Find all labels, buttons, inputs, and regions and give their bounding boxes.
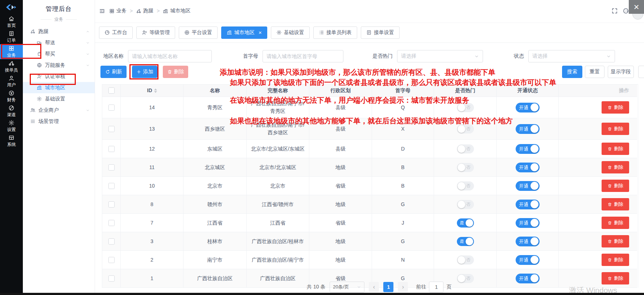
close-overlay-button[interactable]: ×	[629, 0, 644, 14]
hot-select[interactable]: 请选择	[397, 50, 483, 62]
rail-item-orders[interactable]: 订单	[0, 29, 23, 44]
hot-toggle[interactable]: 否	[457, 163, 474, 172]
breadcrumb-item-business[interactable]: 业务	[109, 8, 127, 14]
delete-label: 删除	[174, 69, 184, 75]
rail-item-courier[interactable]: 接单员	[0, 59, 23, 74]
tab-courier-list[interactable]: 接单员列表	[313, 26, 357, 39]
breadcrumb-item-city-region[interactable]: 城市地区	[163, 8, 190, 14]
row-checkbox[interactable]	[108, 183, 115, 189]
sidebar-item-universal-service[interactable]: 万能服务	[23, 60, 95, 71]
tab-order-settings[interactable]: 接单设置	[361, 26, 400, 39]
delete-button[interactable]: 删除	[602, 217, 629, 229]
status-toggle[interactable]: 开通	[516, 274, 540, 283]
row-checkbox[interactable]	[108, 201, 115, 208]
sidebar-item-help-deliver[interactable]: 帮送	[23, 37, 95, 48]
status-toggle[interactable]: 开通	[516, 103, 540, 112]
fullscreen-icon[interactable]	[611, 8, 618, 14]
delete-button[interactable]: 删除	[602, 161, 629, 173]
tab-workbench[interactable]: 工作台	[99, 26, 133, 39]
hot-toggle[interactable]: 是	[457, 237, 474, 246]
sidebar-item-scene-management[interactable]: 场景管理	[23, 116, 95, 127]
page-size-select[interactable]: 20条/页	[330, 282, 364, 292]
add-button[interactable]: 添加	[132, 66, 157, 78]
row-checkbox[interactable]	[108, 146, 115, 152]
row-checkbox[interactable]	[108, 257, 115, 263]
hot-toggle[interactable]: 否	[457, 255, 474, 265]
tab-basic-settings[interactable]: 基础设置	[271, 26, 310, 39]
next-page-button[interactable]: ›	[398, 282, 408, 292]
rail-item-business[interactable]: 业务	[0, 44, 23, 59]
delete-button-label: 删除	[614, 126, 623, 132]
row-checkbox[interactable]	[108, 238, 115, 245]
tab-close-icon[interactable]: ×	[259, 30, 262, 35]
hot-toggle[interactable]: 否	[457, 144, 474, 153]
trash-icon	[607, 221, 612, 225]
tab-platform-settings[interactable]: 平台设置	[179, 26, 218, 39]
status-toggle[interactable]: 开通	[516, 163, 540, 172]
search-button[interactable]: 搜索	[562, 66, 582, 78]
delete-button[interactable]: 删除	[602, 101, 629, 114]
hot-toggle[interactable]: 否	[457, 124, 474, 134]
toggle-knob	[458, 125, 465, 133]
hot-toggle[interactable]: 否	[457, 200, 474, 209]
row-checkbox[interactable]	[108, 105, 115, 111]
header-id[interactable]: ID	[121, 85, 183, 97]
tab-city-region[interactable]: 城市地区×	[221, 26, 267, 39]
prev-page-button[interactable]: ‹	[369, 282, 379, 292]
row-checkbox[interactable]	[108, 164, 115, 171]
rail-item-channel[interactable]: 渠道	[0, 104, 23, 119]
sort-control[interactable]	[154, 89, 157, 93]
delete-button[interactable]: 删除	[602, 143, 629, 155]
theme-icon[interactable]	[623, 8, 629, 14]
status-select[interactable]: 请选择	[528, 50, 615, 62]
sidebar-item-enterprise-merchant[interactable]: 企业商户	[23, 105, 95, 116]
initial-input[interactable]	[263, 50, 343, 62]
clipped-button[interactable]	[638, 66, 644, 78]
delete-button[interactable]: 删除	[602, 235, 629, 247]
status-toggle[interactable]: 开通	[516, 237, 540, 246]
delete-button-disabled[interactable]: 删除	[163, 66, 188, 78]
cell-full-name: 江西省	[247, 214, 309, 232]
refresh-button[interactable]: 刷新	[100, 66, 127, 78]
delete-button[interactable]: 删除	[602, 272, 629, 284]
rail-item-system[interactable]: 系统	[0, 134, 23, 148]
status-toggle[interactable]: 开通	[516, 124, 540, 134]
breadcrumb-item-errand[interactable]: 跑腿	[136, 8, 153, 14]
cell-actions: 删除	[559, 140, 637, 158]
row-checkbox[interactable]	[108, 126, 115, 132]
goto-page-input[interactable]	[429, 282, 443, 292]
sidebar-item-city-region[interactable]: 城市地区	[23, 82, 95, 93]
row-checkbox[interactable]	[108, 275, 115, 282]
region-name-input[interactable]	[128, 50, 212, 62]
delete-button[interactable]: 删除	[602, 180, 629, 192]
rail-item-settings[interactable]: 设置	[0, 119, 23, 134]
sidebar-item-auth-audit[interactable]: 认证审核	[23, 71, 95, 82]
cell-status: 开通	[497, 118, 559, 140]
status-toggle[interactable]: 开通	[516, 181, 540, 191]
reset-button[interactable]: 重置	[585, 66, 604, 78]
sidebar-item-errand[interactable]: 跑腿	[23, 26, 95, 37]
status-toggle[interactable]: 开通	[516, 255, 540, 265]
tab-level-management[interactable]: 等级管理	[136, 26, 175, 39]
delete-button[interactable]: 删除	[602, 123, 629, 135]
row-checkbox[interactable]	[108, 220, 115, 226]
status-toggle[interactable]: 开通	[516, 200, 540, 209]
status-toggle[interactable]: 开通	[516, 144, 540, 154]
rail-item-finance[interactable]: 财务	[0, 89, 23, 104]
rail-item-home[interactable]: 首页	[0, 15, 23, 29]
delete-button[interactable]: 删除	[602, 254, 629, 266]
hot-toggle[interactable]: 否	[457, 103, 474, 112]
status-toggle[interactable]: 开通	[516, 218, 540, 228]
select-all-checkbox[interactable]	[108, 87, 115, 94]
app-logo[interactable]	[0, 0, 23, 15]
hot-toggle[interactable]: 是	[457, 218, 474, 228]
sidebar-item-basic-settings[interactable]: 基础设置	[23, 93, 95, 105]
current-page-button[interactable]: 1	[383, 282, 393, 292]
sidebar-item-help-buy[interactable]: 帮买	[23, 48, 95, 60]
delete-button[interactable]: 删除	[602, 198, 629, 210]
hot-toggle[interactable]: 否	[457, 181, 474, 190]
hot-toggle[interactable]: 否	[457, 274, 474, 283]
sidebar-collapse-icon[interactable]	[99, 8, 105, 14]
show-fields-button[interactable]: 显示字段	[608, 66, 634, 78]
rail-item-users[interactable]: 用户	[0, 74, 23, 89]
